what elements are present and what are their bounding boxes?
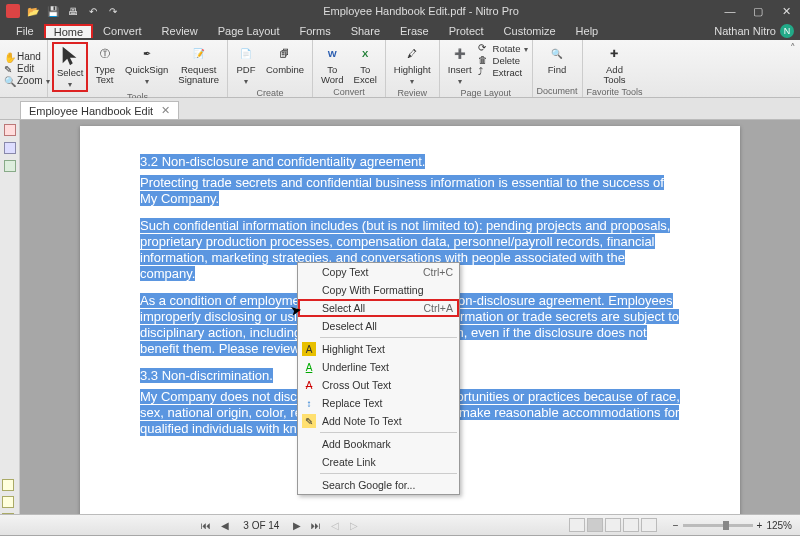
app-icon	[6, 4, 20, 18]
strikethrough-icon: A	[302, 378, 316, 392]
ctx-replace-text[interactable]: ↕Replace Text	[298, 394, 459, 412]
menu-share[interactable]: Share	[341, 23, 390, 39]
file-tab[interactable]: Employee Handbook Edit ✕	[20, 101, 179, 119]
menu-erase[interactable]: Erase	[390, 23, 439, 39]
heading[interactable]: 3.2 Non-disclosure and confidentiality a…	[140, 154, 680, 169]
menu-home[interactable]: Home	[44, 24, 93, 38]
page-indicator[interactable]: 3 OF 14	[237, 520, 285, 531]
select-button[interactable]: Select	[52, 42, 88, 92]
zoom-thumb[interactable]	[723, 521, 729, 530]
pdf-button[interactable]: 📄PDF	[232, 42, 260, 88]
ribbon: ✋Hand ✎Edit 🔍Zoom Select ⓉType Text ✒Qui…	[0, 40, 800, 98]
underline-icon: A	[302, 360, 316, 374]
menu-protect[interactable]: Protect	[439, 23, 494, 39]
combine-button[interactable]: 🗐Combine	[262, 42, 308, 77]
quicksign-button[interactable]: ✒QuickSign	[121, 42, 172, 88]
menu-help[interactable]: Help	[566, 23, 609, 39]
zoom-out-button[interactable]: −	[673, 520, 679, 531]
save-icon[interactable]: 💾	[46, 4, 60, 18]
ctx-select-all[interactable]: Select AllCtrl+A	[298, 299, 459, 317]
ctx-add-note[interactable]: ✎Add Note To Text	[298, 412, 459, 430]
hand-tool[interactable]: ✋Hand	[4, 51, 43, 62]
next-page-button[interactable]: ▶	[290, 520, 304, 531]
edit-tool[interactable]: ✎Edit	[4, 63, 43, 74]
ribbon-group-document: 🔍Find Document	[533, 40, 583, 97]
view-single-button[interactable]	[569, 518, 585, 532]
first-page-button[interactable]: ⏮	[199, 520, 213, 531]
menu-convert[interactable]: Convert	[93, 23, 152, 39]
ctx-deselect-all[interactable]: Deselect All	[298, 317, 459, 335]
zoom-icon: 🔍	[4, 76, 14, 86]
ctx-add-bookmark[interactable]: Add Bookmark	[298, 435, 459, 453]
ctx-create-link[interactable]: Create Link	[298, 453, 459, 471]
maximize-button[interactable]: ▢	[744, 5, 772, 18]
open-icon[interactable]: 📂	[26, 4, 40, 18]
ctx-search-google[interactable]: Search Google for...	[298, 476, 459, 494]
close-button[interactable]: ✕	[772, 5, 800, 18]
excel-icon: X	[355, 44, 375, 64]
status-bar: ⏮ ◀ 3 OF 14 ▶ ⏭ ◁ ▷ − + 125%	[0, 514, 800, 535]
menu-forms[interactable]: Forms	[289, 23, 340, 39]
menu-page-layout[interactable]: Page Layout	[208, 23, 290, 39]
page-ops-stack: ⟳Rotate 🗑Delete ⤴Extract	[478, 42, 528, 78]
panel-icon[interactable]	[2, 479, 14, 491]
menu-file[interactable]: File	[6, 23, 44, 39]
panel-icon[interactable]	[4, 142, 16, 154]
delete-button[interactable]: 🗑Delete	[478, 54, 528, 66]
panel-icon[interactable]	[4, 124, 16, 136]
paragraph[interactable]: Protecting trade secrets and confidentia…	[140, 175, 680, 208]
print-icon[interactable]: 🖶	[66, 4, 80, 18]
nav-fwd-button[interactable]: ▷	[347, 520, 361, 531]
highlight-button[interactable]: 🖍Highlight	[390, 42, 435, 88]
pdf-icon: 📄	[236, 44, 256, 64]
cursor-icon	[59, 45, 81, 67]
menu-customize[interactable]: Customize	[494, 23, 566, 39]
menu-review[interactable]: Review	[152, 23, 208, 39]
ctx-underline-text[interactable]: AUnderline Text	[298, 358, 459, 376]
redo-icon[interactable]: ↷	[106, 4, 120, 18]
view-fit-button[interactable]	[641, 518, 657, 532]
extract-button[interactable]: ⤴Extract	[478, 66, 528, 78]
ribbon-group-convert: WTo Word XTo Excel Convert	[313, 40, 386, 97]
plus-icon: ✚	[604, 44, 624, 64]
close-tab-icon[interactable]: ✕	[161, 104, 170, 117]
ribbon-view-tools: ✋Hand ✎Edit 🔍Zoom	[0, 40, 48, 97]
minimize-button[interactable]: —	[716, 5, 744, 17]
prev-page-button[interactable]: ◀	[218, 520, 232, 531]
ctx-cross-out-text[interactable]: ACross Out Text	[298, 376, 459, 394]
ctx-copy-text[interactable]: Copy TextCtrl+C	[298, 263, 459, 281]
user-account[interactable]: Nathan Nitro N	[714, 24, 800, 38]
find-button[interactable]: 🔍Find	[543, 42, 571, 77]
ribbon-group-tools: Select ⓉType Text ✒QuickSign 📝Request Si…	[48, 40, 228, 97]
type-text-button[interactable]: ⓉType Text	[90, 42, 119, 87]
add-tools-button[interactable]: ✚Add Tools	[599, 42, 629, 87]
ctx-copy-formatting[interactable]: Copy With Formatting	[298, 281, 459, 299]
rotate-button[interactable]: ⟳Rotate	[478, 42, 528, 54]
extract-icon: ⤴	[478, 66, 490, 78]
nav-back-button[interactable]: ◁	[328, 520, 342, 531]
view-continuous-button[interactable]	[587, 518, 603, 532]
chevron-down-icon	[410, 76, 414, 86]
view-facing-continuous-button[interactable]	[623, 518, 639, 532]
note-icon: ✎	[302, 414, 316, 428]
insert-button[interactable]: ➕Insert	[444, 42, 476, 88]
last-page-button[interactable]: ⏭	[309, 520, 323, 531]
chevron-down-icon	[145, 76, 149, 86]
view-facing-button[interactable]	[605, 518, 621, 532]
request-signature-button[interactable]: 📝Request Signature	[174, 42, 223, 87]
group-label: Document	[537, 86, 578, 97]
chevron-down-icon	[68, 79, 72, 89]
panel-icon[interactable]	[4, 160, 16, 172]
undo-icon[interactable]: ↶	[86, 4, 100, 18]
panel-icon[interactable]	[2, 496, 14, 508]
to-word-button[interactable]: WTo Word	[317, 42, 348, 87]
delete-icon: 🗑	[478, 54, 490, 66]
collapse-ribbon-icon[interactable]: ˄	[790, 42, 796, 55]
to-excel-button[interactable]: XTo Excel	[350, 42, 381, 87]
mouse-cursor-icon: ➤	[289, 301, 304, 319]
ctx-highlight-text[interactable]: AHighlight Text	[298, 340, 459, 358]
zoom-tool[interactable]: 🔍Zoom	[4, 75, 43, 86]
zoom-level[interactable]: 125%	[766, 520, 792, 531]
zoom-slider[interactable]	[683, 524, 753, 527]
zoom-in-button[interactable]: +	[757, 520, 763, 531]
